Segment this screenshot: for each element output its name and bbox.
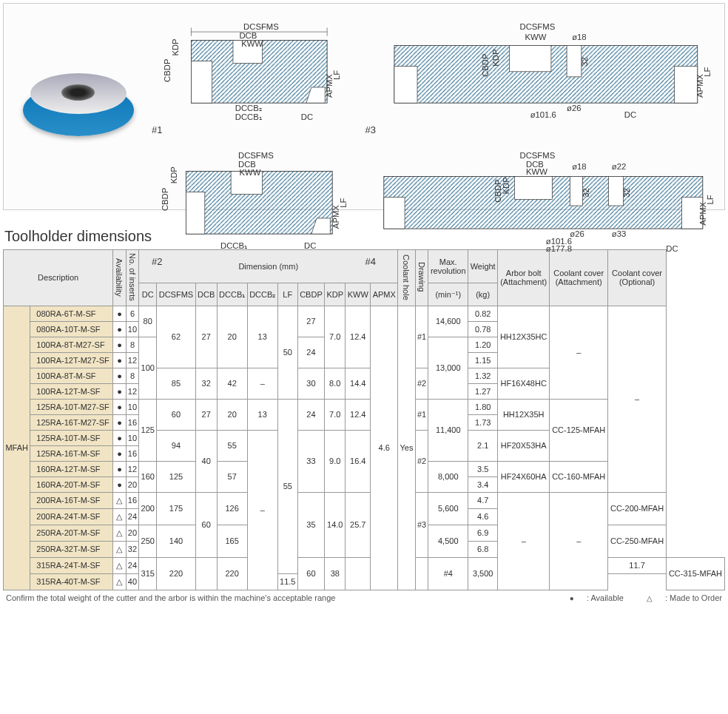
svg-text:ø33: ø33: [612, 230, 626, 239]
svg-rect-32: [186, 192, 204, 235]
table-row: 200RA-16T-M-SF △ 16 200 175 60 126 35 14…: [4, 492, 725, 508]
svg-text:CBDP: CBDP: [482, 53, 491, 76]
svg-text:DCB: DCB: [238, 160, 256, 169]
family-cell: MFAH: [4, 306, 30, 590]
svg-text:CBDP: CBDP: [163, 59, 172, 82]
svg-text:32: 32: [582, 189, 590, 198]
svg-text:DC: DC: [667, 245, 678, 254]
svg-text:DCB: DCB: [239, 31, 257, 40]
svg-text:DCSFMS: DCSFMS: [520, 152, 556, 161]
svg-text:KDP: KDP: [502, 178, 511, 195]
svg-text:KWW: KWW: [241, 39, 263, 48]
available-icon: [570, 593, 574, 602]
svg-text:ø22: ø22: [612, 162, 626, 171]
svg-text:CBDP: CBDP: [161, 188, 169, 211]
svg-text:DC: DC: [304, 241, 316, 250]
svg-text:KWW: KWW: [239, 168, 260, 177]
svg-rect-45: [570, 177, 583, 206]
svg-text:ø18: ø18: [573, 33, 587, 41]
svg-text:ø177.8: ø177.8: [546, 245, 572, 254]
footnote-row: Confirm the total weight of the cutter a…: [3, 593, 725, 602]
svg-text:DCCB₁: DCCB₁: [220, 241, 247, 250]
col-availability: Availability: [113, 250, 126, 306]
svg-rect-15: [510, 45, 552, 71]
diagram-3: DCSFMS KWW ø18 KDP CBDP 32 LF APMX ø26 ø…: [362, 8, 720, 136]
svg-text:KDP: KDP: [169, 167, 178, 184]
svg-text:KDP: KDP: [171, 38, 180, 55]
svg-text:DC: DC: [624, 110, 636, 119]
diagram-2: DCSFMS DCB KWW KDP CBDP LF APMX DCCB₁ DC…: [149, 139, 359, 267]
product-photo: [16, 55, 141, 158]
technical-diagrams: DCSFMS DCB KWW KDP CBDP LF APMX DCCB₂ DC…: [149, 8, 720, 205]
svg-text:DCSFMS: DCSFMS: [520, 22, 556, 31]
diagram-panel: DCSFMS DCB KWW KDP CBDP LF APMX DCCB₂ DC…: [3, 3, 725, 210]
table-row: MFAH 080RA-6T-M-SF ● 6 80 62 27 20 13 50…: [4, 306, 725, 321]
diagram-4: DCSFMS DCB KWW ø18 ø22 CBDP KDP 32 32 LF…: [362, 139, 720, 267]
svg-text:KWW: KWW: [526, 167, 547, 176]
svg-rect-18: [675, 67, 698, 103]
svg-text:DCCB₁: DCCB₁: [235, 112, 262, 121]
svg-text:32: 32: [581, 57, 590, 67]
svg-text:DCSFMS: DCSFMS: [243, 22, 279, 31]
svg-text:32: 32: [622, 189, 631, 198]
svg-text:DCSFMS: DCSFMS: [238, 152, 274, 161]
svg-text:KDP: KDP: [492, 49, 501, 66]
col-inserts: No. of inserts: [126, 250, 139, 306]
diagram-3-label: #3: [362, 124, 378, 136]
svg-text:KWW: KWW: [525, 33, 547, 41]
svg-text:DC: DC: [301, 112, 313, 121]
legend: : Available : Made to Order: [549, 593, 722, 602]
table-row: 315RA-24T-M-SF △ 24 315 220 220 60 38 #4…: [4, 557, 725, 573]
svg-text:DCCB₂: DCCB₂: [235, 104, 262, 112]
svg-text:ø26: ø26: [570, 230, 584, 239]
svg-rect-47: [384, 198, 405, 229]
col-description: Description: [4, 250, 113, 306]
svg-rect-16: [567, 45, 582, 76]
svg-text:CBDP: CBDP: [494, 180, 503, 203]
svg-text:ø101.6: ø101.6: [530, 110, 556, 119]
footnote-text: Confirm the total weight of the cutter a…: [6, 593, 335, 602]
svg-text:APMX: APMX: [331, 205, 340, 229]
svg-rect-17: [394, 67, 417, 103]
diagram-4-label: #4: [362, 255, 378, 268]
svg-rect-44: [515, 177, 553, 200]
svg-rect-2: [191, 61, 212, 104]
diagram-1-label: #1: [149, 124, 165, 136]
svg-text:APMX: APMX: [698, 202, 707, 226]
dimensions-table: Description Availability No. of inserts …: [3, 249, 725, 590]
svg-text:ø26: ø26: [567, 104, 582, 112]
svg-rect-46: [609, 177, 624, 206]
madetoorder-icon: [647, 593, 653, 602]
svg-text:APMX: APMX: [695, 74, 704, 98]
diagram-2-label: #2: [149, 255, 165, 268]
diagram-1: DCSFMS DCB KWW KDP CBDP LF APMX DCCB₂ DC…: [149, 8, 359, 136]
svg-text:APMX: APMX: [325, 74, 334, 98]
svg-text:ø18: ø18: [573, 162, 587, 171]
